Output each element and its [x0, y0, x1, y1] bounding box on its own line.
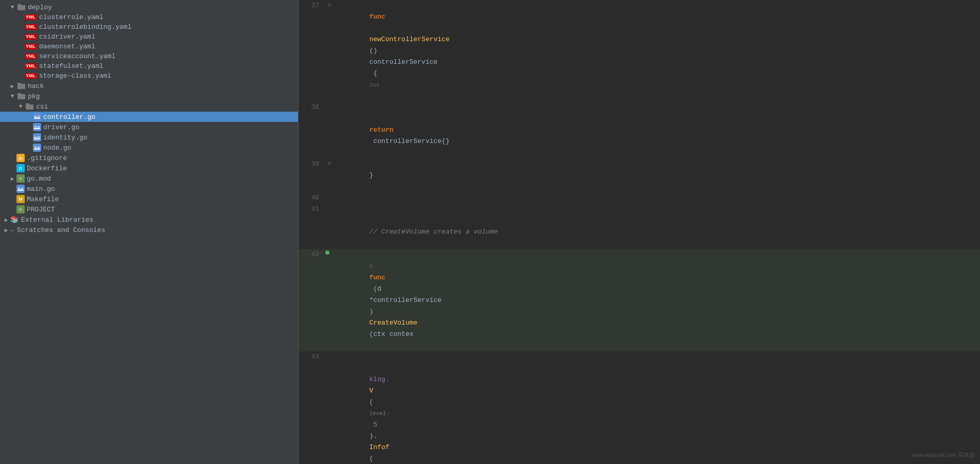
tree-item-driver-go[interactable]: ▶ driver.go [0, 122, 298, 132]
main-go-label: main.go [27, 185, 55, 193]
pl-level-43: level: [369, 411, 390, 417]
code-line-42: 42 ↑ ⊟ func (d *controllerService ) Crea… [299, 249, 980, 351]
tree-item-statefulset[interactable]: ▶ YML statefulset.yaml [0, 61, 298, 71]
line-num-43: 43 [299, 351, 324, 363]
line-code-42: ⊟ func (d *controllerService ) CreateVol… [335, 249, 980, 351]
tree-item-makefile[interactable]: ▶ M Makefile [0, 194, 298, 204]
punct-37a: () [369, 47, 381, 55]
comment-41: // CreateVolume creates a volume [369, 228, 498, 236]
svg-rect-20 [33, 133, 41, 141]
arrow-up-42: ↑ [330, 249, 334, 256]
svg-rect-13 [34, 118, 40, 119]
svg-point-18 [38, 127, 39, 128]
tree-item-gitignore[interactable]: ▶ ф .gitignore [0, 153, 298, 163]
node-go-icon [33, 144, 41, 152]
svg-point-11 [35, 116, 36, 117]
gitignore-icon: ф [16, 154, 25, 162]
deploy-label: deploy [28, 4, 52, 11]
line-num-41: 41 [299, 204, 324, 215]
go-mod-label: go.mod [27, 175, 51, 183]
svg-point-36 [22, 188, 23, 189]
type-ctx: (ctx contex [369, 330, 413, 338]
punct-39: } [369, 171, 373, 179]
hack-folder-icon [16, 82, 27, 90]
tree-item-clusterrolebinding[interactable]: ▶ YML clusterrolebinding.yaml [0, 22, 298, 32]
pkg-arrow: ▼ [8, 93, 16, 99]
num-5-43: 5 [369, 421, 377, 429]
space-42: (d [369, 285, 385, 293]
svg-point-12 [38, 116, 39, 117]
tree-item-go-mod[interactable]: ▶ ≡ go.mod [0, 173, 298, 184]
tree-item-csi[interactable]: ▼ csi [0, 101, 298, 112]
line-num-39: 39 [299, 158, 324, 170]
tree-item-hack[interactable]: ▶ hack [0, 81, 298, 91]
tree-item-csidriver[interactable]: ▶ YML csidriver.yaml [0, 32, 298, 42]
tree-item-deploy[interactable]: ▼ deploy [0, 2, 298, 12]
controller-go-icon [33, 113, 41, 121]
tree-item-storage-class[interactable]: ▶ YML storage-class.yaml [0, 71, 298, 81]
csidriver-yaml-badge: YML [25, 34, 37, 40]
identity-go-icon [33, 133, 41, 141]
fold-39[interactable]: ⊟ [328, 158, 331, 170]
tree-item-main-go[interactable]: ▶ main.go [0, 184, 298, 194]
statefulset-label: statefulset.yaml [39, 62, 103, 70]
indent-43 [369, 364, 401, 372]
punct-43c: ( [369, 455, 377, 462]
code-line-38: 38 return controllerService{} [299, 102, 980, 158]
space-37 [369, 24, 373, 32]
tree-item-dockerfile[interactable]: ▶ D Dockerfile [0, 163, 298, 173]
tree-item-project[interactable]: ▶ ≡ PROJECT [0, 204, 298, 215]
tree-item-serviceaccount[interactable]: ▶ YML serviceaccount.yaml [0, 51, 298, 61]
svg-point-17 [35, 127, 36, 128]
fn-v-43: V [369, 387, 373, 395]
tree-item-node-go[interactable]: ▶ node.go [0, 142, 298, 153]
line-code-37: func newControllerService () controllerS… [335, 0, 980, 102]
fn-createvol: CreateVolume [369, 319, 417, 327]
pkg-klog-43: klog. [369, 376, 389, 383]
controller-go-label: controller.go [43, 113, 95, 121]
fold-42[interactable]: ⊟ [369, 263, 372, 269]
svg-point-23 [35, 137, 36, 138]
identity-go-label: identity.go [43, 134, 87, 141]
tree-item-scratches[interactable]: ▶ ✏️ Scratches and Consoles [0, 225, 298, 235]
gutter-37: ⊟ [324, 0, 335, 11]
kw-return-38: return [369, 126, 393, 134]
gutter-42: ↑ [324, 249, 335, 256]
punct-43b: ). [369, 432, 377, 440]
code-content[interactable]: 37 ⊟ func newControllerService () contro… [299, 0, 980, 464]
indent-41 [369, 217, 401, 224]
code-line-37: 37 ⊟ func newControllerService () contro… [299, 0, 980, 102]
scratches-icon: ✏️ [10, 226, 14, 234]
scratches-label: Scratches and Consoles [17, 226, 106, 234]
svg-rect-32 [16, 185, 25, 193]
tree-item-controller-go[interactable]: ▶ controller.go [0, 112, 298, 122]
hack-label: hack [28, 82, 44, 90]
type-ctrl-38: controllerService{} [369, 137, 449, 145]
storage-class-label: storage-class.yaml [39, 72, 111, 80]
bp-green-42 [325, 251, 329, 255]
tree-item-pkg[interactable]: ▼ pkg [0, 91, 298, 101]
driver-go-label: driver.go [43, 123, 79, 131]
fold-37[interactable]: ⊟ [328, 0, 331, 11]
daemonset-yaml-badge: YML [25, 44, 37, 49]
line-num-42: 42 [299, 249, 324, 260]
tree-item-clusterrole[interactable]: ▶ YML clusterrole.yaml [0, 12, 298, 22]
svg-rect-25 [34, 138, 40, 139]
file-tree: ▼ deploy ▶ YML clusterrole.yaml ▶ YML cl… [0, 0, 299, 464]
tree-item-identity-go[interactable]: ▶ identity.go [0, 132, 298, 142]
punct-42: ) [369, 308, 377, 315]
svg-rect-3 [18, 83, 21, 85]
code-editor: 37 ⊟ func newControllerService () contro… [299, 0, 980, 464]
ext-libs-label: External Libraries [21, 216, 93, 224]
kw-func-37: func [369, 13, 385, 21]
daemonset-label: daemonset.yaml [39, 43, 95, 50]
node-go-label: node.go [43, 144, 72, 152]
svg-rect-8 [33, 113, 41, 121]
fn-newctrl: newControllerService [369, 35, 449, 43]
statefulset-yaml-badge: YML [25, 63, 37, 69]
svg-rect-1 [18, 4, 21, 6]
tree-item-ext-libs[interactable]: ▶ 📚 External Libraries [0, 215, 298, 225]
svg-rect-7 [26, 103, 29, 105]
driver-go-icon [33, 123, 41, 131]
tree-item-daemonset[interactable]: ▶ YML daemonset.yaml [0, 42, 298, 51]
